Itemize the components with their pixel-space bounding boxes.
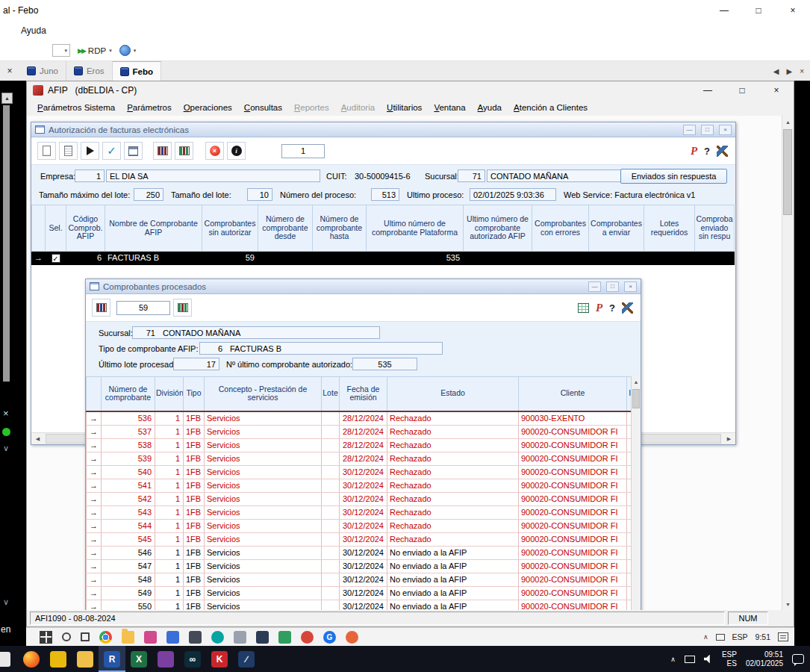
afip-menu-atenci-n-a-clientes[interactable]: Atención a Clientes bbox=[508, 103, 594, 112]
tools-icon[interactable] bbox=[622, 302, 633, 314]
invoice-row[interactable]: →54911FBServicios30/12/2024No enviado a … bbox=[87, 586, 640, 600]
scroll-thumb[interactable] bbox=[783, 129, 792, 215]
w1-minimize-button[interactable]: — bbox=[683, 125, 696, 135]
tab-scroll-left-icon[interactable]: ◀ bbox=[773, 67, 779, 75]
process-number-field[interactable]: 1 bbox=[281, 144, 325, 158]
session-combo[interactable]: ▾ bbox=[52, 44, 70, 57]
infinity-app-icon[interactable]: ∞ bbox=[179, 646, 206, 672]
save-button[interactable] bbox=[124, 142, 143, 160]
invoice-row[interactable]: →54211FBServicios30/12/2024Rechazado9000… bbox=[87, 492, 640, 505]
blue-app-icon[interactable] bbox=[166, 631, 179, 644]
enviados-sin-respuesta-button[interactable]: Enviados sin respuesta bbox=[620, 169, 727, 184]
w2-minimize-button[interactable]: — bbox=[588, 281, 601, 292]
signature-icon[interactable]: P bbox=[691, 146, 697, 157]
remote-clock[interactable]: 9:51 bbox=[756, 632, 770, 641]
tab-scroll-right-icon[interactable]: ▶ bbox=[786, 67, 792, 75]
afip-menu-utilitarios[interactable]: Utilitarios bbox=[381, 103, 428, 112]
invoice-row[interactable]: →54311FBServicios30/12/2024Rechazado9000… bbox=[87, 505, 640, 519]
signature-icon[interactable]: P bbox=[596, 302, 602, 314]
grid1-column-header[interactable]: Nombre de Comprobante AFIP bbox=[105, 205, 202, 252]
sucursal-field[interactable]: 71 CONTADO MAÑANA bbox=[132, 326, 380, 339]
tab-eros[interactable]: Eros bbox=[66, 61, 113, 81]
ultimo-proceso-field[interactable]: 02/01/2025 9:03:36 bbox=[470, 188, 556, 201]
tamano-maximo-field[interactable]: 250 bbox=[134, 188, 163, 201]
tipo-comprobante-field[interactable]: 6 FACTURAS B bbox=[199, 342, 443, 355]
orange-app-icon[interactable] bbox=[346, 631, 358, 644]
w1-close-button[interactable]: × bbox=[719, 125, 732, 135]
invoice-row[interactable]: →54511FBServicios30/12/2024Rechazado9000… bbox=[87, 532, 640, 546]
tray-display-icon[interactable] bbox=[716, 634, 725, 641]
invoice-row[interactable]: →53811FBServicios28/12/2024Rechazado9000… bbox=[87, 438, 640, 452]
lots-button[interactable] bbox=[153, 142, 172, 160]
firefox-icon[interactable] bbox=[18, 646, 45, 672]
google-app-icon[interactable]: G bbox=[323, 631, 336, 644]
vertical-scrollbar[interactable] bbox=[3, 105, 10, 382]
excel-icon[interactable]: X bbox=[125, 646, 152, 672]
confirm-button[interactable]: ✓ bbox=[102, 142, 121, 160]
new-button[interactable] bbox=[37, 142, 56, 160]
sucursal-code-field[interactable]: 71 bbox=[458, 169, 485, 182]
paint-app-icon[interactable] bbox=[45, 646, 72, 672]
photos-app-icon[interactable] bbox=[144, 631, 157, 644]
grid1-column-header[interactable]: Ultimo número de comprobante Plataforma bbox=[367, 205, 464, 252]
start-icon[interactable] bbox=[40, 631, 52, 644]
display-icon[interactable] bbox=[685, 656, 695, 663]
clock[interactable]: 09:51 02/01/2025 bbox=[746, 650, 783, 668]
red-app-icon[interactable] bbox=[301, 631, 314, 644]
grid1-column-header[interactable]: Comproba enviado sin respu bbox=[695, 205, 735, 252]
scroll-thumb[interactable] bbox=[632, 389, 640, 408]
host-minimize-button[interactable]: — bbox=[707, 0, 741, 21]
rdp-manager-icon[interactable]: R bbox=[99, 646, 125, 672]
tab-juno[interactable]: Juno bbox=[19, 61, 66, 81]
folder-icon[interactable] bbox=[72, 646, 99, 672]
invoice-row[interactable]: →54411FBServicios30/12/2024Rechazado9000… bbox=[87, 519, 640, 532]
invoice-row[interactable]: →53611FBServicios28/12/2024Rechazado9000… bbox=[87, 411, 640, 426]
task-view-icon[interactable] bbox=[81, 632, 90, 641]
grid1-column-header[interactable]: Número de comprobante hasta bbox=[313, 205, 367, 252]
w1-maximize-button[interactable]: □ bbox=[701, 125, 714, 135]
afip-menu-ayuda[interactable]: Ayuda bbox=[472, 103, 508, 112]
invoice-row[interactable]: →54611FBServicios30/12/2024No enviado a … bbox=[87, 546, 640, 559]
afip-menu-par-metros[interactable]: Parámetros bbox=[121, 103, 177, 112]
afip-close-button[interactable]: × bbox=[759, 81, 794, 99]
host-menu-ayuda[interactable]: Ayuda bbox=[21, 25, 46, 36]
scroll-right-icon[interactable]: ▶ bbox=[723, 433, 735, 444]
host-maximize-button[interactable]: □ bbox=[741, 0, 776, 21]
teal-app-icon[interactable] bbox=[211, 631, 224, 644]
help-icon[interactable]: ? bbox=[704, 146, 710, 157]
speaker-icon[interactable] bbox=[704, 655, 713, 664]
search-icon[interactable] bbox=[62, 632, 71, 641]
tools-icon[interactable] bbox=[717, 146, 728, 157]
empresa-code-field[interactable]: 1 bbox=[75, 169, 105, 182]
ultimo-autorizado-field[interactable]: 535 bbox=[352, 358, 417, 370]
report-app-icon[interactable] bbox=[152, 646, 179, 672]
grid2-column-header[interactable]: Fecha de emisión bbox=[340, 377, 387, 411]
chrome-icon[interactable] bbox=[99, 631, 112, 644]
w2-titlebar[interactable]: Comprobantes procesados — □ × bbox=[86, 279, 641, 294]
checker-app-icon[interactable]: K bbox=[206, 646, 233, 672]
host-close-button[interactable]: × bbox=[776, 0, 810, 21]
grid2-column-header[interactable]: Tipo bbox=[184, 377, 205, 411]
tray-expand-icon[interactable]: ∧ bbox=[670, 656, 676, 663]
invoice-row[interactable]: →55011FBServicios30/12/2024No enviado a … bbox=[87, 600, 640, 610]
help-icon[interactable]: ? bbox=[609, 302, 615, 314]
mdi-vertical-scrollbar[interactable]: ▲ ▼ bbox=[782, 116, 794, 610]
export-button[interactable] bbox=[175, 142, 193, 160]
pen-app-icon[interactable]: ∕ bbox=[233, 646, 260, 672]
numero-proceso-field[interactable]: 513 bbox=[371, 188, 399, 201]
afip-minimize-button[interactable]: — bbox=[691, 81, 725, 99]
info-button[interactable]: i bbox=[227, 142, 246, 160]
edit-button[interactable] bbox=[59, 142, 78, 160]
tamano-lote-field[interactable]: 10 bbox=[247, 188, 272, 201]
run-button[interactable] bbox=[81, 142, 99, 160]
gray-doc-icon[interactable] bbox=[234, 631, 246, 644]
grid1-column-header[interactable]: Sel. bbox=[46, 205, 66, 252]
table-icon[interactable] bbox=[578, 303, 589, 313]
chevron-down-icon[interactable]: ∨ bbox=[3, 444, 9, 453]
panel-close-icon[interactable]: × bbox=[0, 61, 19, 81]
folder-icon[interactable] bbox=[122, 631, 134, 644]
columns-button[interactable] bbox=[173, 299, 192, 317]
scroll-up-icon[interactable]: ▲ bbox=[1, 93, 13, 104]
afip-menu-operaciones[interactable]: Operaciones bbox=[178, 103, 238, 112]
grid1-column-header[interactable]: Código Comprob. AFIP bbox=[66, 205, 105, 252]
